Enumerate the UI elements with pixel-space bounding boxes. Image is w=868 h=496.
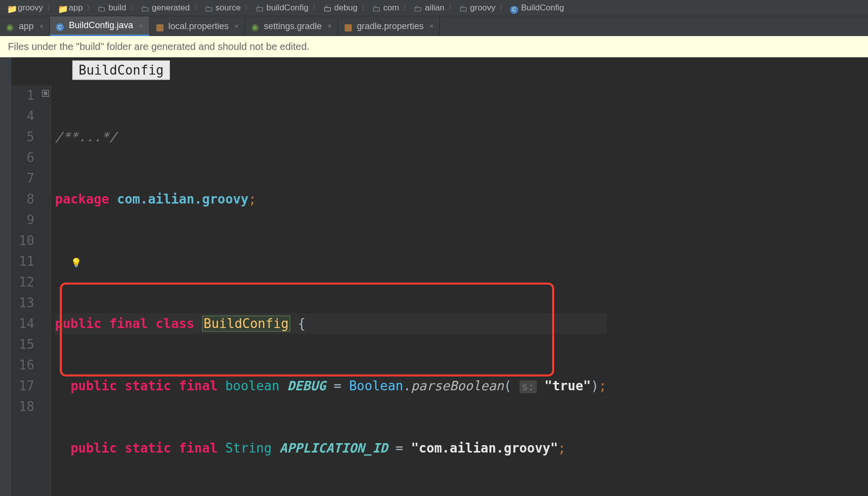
folder-icon: 🗀 bbox=[414, 4, 423, 12]
line-number[interactable]: 18 bbox=[19, 396, 34, 417]
intention-bulb-icon[interactable]: 💡 bbox=[71, 257, 82, 268]
fold-column[interactable]: ⊞ bbox=[41, 85, 51, 496]
line-gutter[interactable]: 1 4 5 6 7 8 9 10 11 12 13 14 15 16 17 18 bbox=[12, 85, 41, 496]
side-toolwindow-bar[interactable] bbox=[0, 57, 12, 496]
tab-buildconfig[interactable]: C BuildConfig.java × bbox=[50, 16, 149, 36]
tab-settings-gradle[interactable]: ◉ settings.gradle × bbox=[245, 17, 338, 36]
breadcrumb-item[interactable]: 🗀com bbox=[369, 2, 402, 14]
folder-icon: 🗀 bbox=[459, 4, 468, 12]
folder-icon: 🗀 bbox=[256, 4, 264, 12]
line-number[interactable]: 12 bbox=[19, 272, 34, 292]
folded-comment[interactable]: /**...*/ bbox=[55, 129, 117, 144]
parameter-hint: s: bbox=[520, 380, 537, 393]
breadcrumb-item[interactable]: CBuildConfig bbox=[507, 2, 567, 14]
close-icon[interactable]: × bbox=[328, 22, 332, 30]
tab-label: gradle.properties bbox=[357, 21, 424, 32]
line-number[interactable]: 15 bbox=[19, 334, 34, 355]
folder-icon: 🗀 bbox=[205, 4, 214, 12]
breadcrumb-item[interactable]: 🗀groovy bbox=[456, 2, 498, 14]
line-number[interactable]: 17 bbox=[19, 375, 34, 396]
line-number[interactable]: 9 bbox=[19, 209, 34, 230]
module-icon: 📁 bbox=[58, 4, 67, 12]
line-number[interactable]: 5 bbox=[19, 126, 34, 147]
close-icon[interactable]: × bbox=[40, 22, 43, 30]
line-number[interactable]: 11 bbox=[19, 251, 34, 272]
breadcrumb-item[interactable]: 🗀source bbox=[202, 2, 244, 14]
tab-app[interactable]: ◉ app × bbox=[0, 17, 50, 36]
folder-icon: 🗀 bbox=[141, 4, 150, 12]
breadcrumb-sep: 〉 bbox=[47, 3, 54, 12]
breadcrumb-item[interactable]: 🗀buildConfig bbox=[253, 2, 311, 14]
class-icon: C bbox=[56, 21, 65, 30]
properties-icon: ▦ bbox=[156, 22, 165, 31]
tab-label: BuildConfig.java bbox=[69, 20, 133, 31]
breadcrumb-item[interactable]: 🗀debug bbox=[320, 2, 360, 14]
editor-tabs: ◉ app × C BuildConfig.java × ▦ local.pro… bbox=[0, 16, 868, 36]
fold-expand-icon[interactable]: ⊞ bbox=[42, 90, 49, 97]
tab-label: settings.gradle bbox=[264, 21, 322, 32]
editor-area: BuildConfig 1 4 5 6 7 8 9 10 11 12 13 14… bbox=[0, 57, 868, 496]
class-breadcrumb[interactable]: BuildConfig bbox=[72, 60, 170, 80]
breadcrumb-item[interactable]: 🗀generated bbox=[138, 2, 193, 14]
generated-warning-banner: Files under the "build" folder are gener… bbox=[0, 36, 868, 57]
properties-icon: ▦ bbox=[344, 22, 353, 31]
breadcrumb-item[interactable]: 📁app bbox=[55, 2, 86, 14]
tab-label: app bbox=[19, 21, 34, 32]
line-number[interactable]: 4 bbox=[19, 106, 34, 126]
module-icon: 📁 bbox=[7, 4, 16, 12]
line-number[interactable]: 8 bbox=[19, 189, 34, 209]
folder-icon: 🗀 bbox=[372, 4, 381, 12]
line-number[interactable]: 7 bbox=[19, 168, 34, 189]
class-icon: C bbox=[510, 4, 519, 12]
line-number[interactable]: 1 bbox=[19, 85, 34, 106]
breadcrumb-item[interactable]: 🗀ailian bbox=[411, 2, 447, 14]
breadcrumb-item[interactable]: 📁groovy bbox=[4, 2, 46, 14]
tab-gradle-properties[interactable]: ▦ gradle.properties × bbox=[338, 17, 440, 36]
breadcrumb-bar: 📁groovy〉 📁app〉 🗀build〉 🗀generated〉 🗀sour… bbox=[0, 0, 868, 16]
gradle-icon: ◉ bbox=[251, 22, 260, 31]
line-number[interactable]: 10 bbox=[19, 230, 34, 251]
class-name-highlight: BuildConfig bbox=[202, 316, 290, 331]
line-number[interactable]: 16 bbox=[19, 355, 34, 375]
folder-icon: 🗀 bbox=[97, 4, 106, 12]
breadcrumb-item[interactable]: 🗀build bbox=[94, 2, 129, 14]
tab-label: local.properties bbox=[169, 21, 229, 32]
close-icon[interactable]: × bbox=[235, 22, 239, 30]
close-icon[interactable]: × bbox=[430, 22, 434, 30]
tab-local-properties[interactable]: ▦ local.properties × bbox=[150, 17, 245, 36]
line-number[interactable]: 13 bbox=[19, 292, 34, 313]
line-number[interactable]: 6 bbox=[19, 147, 34, 168]
folder-src-icon: 🗀 bbox=[323, 4, 332, 12]
line-number[interactable]: 14 bbox=[19, 313, 34, 334]
gradle-icon: ◉ bbox=[6, 22, 15, 31]
code-editor[interactable]: /**...*/ package com.ailian.groovy; 💡 pu… bbox=[51, 85, 606, 496]
close-icon[interactable]: × bbox=[139, 22, 143, 30]
